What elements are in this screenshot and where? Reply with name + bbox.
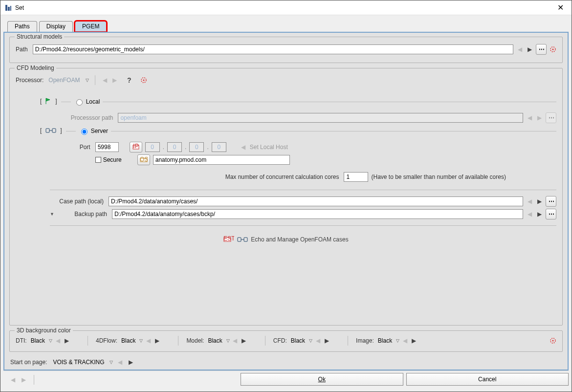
separator xyxy=(348,336,348,346)
ip-b-input xyxy=(167,142,182,152)
bracket: [ xyxy=(40,98,42,105)
chevron-down-icon: ▽ xyxy=(309,338,312,343)
separator xyxy=(95,75,95,85)
image-label: Image: xyxy=(356,337,374,344)
ip-c-input xyxy=(189,142,204,152)
prev-path-button[interactable]: ◀ xyxy=(516,46,523,53)
close-button[interactable]: ✕ xyxy=(553,1,568,14)
cfd-label: CFD: xyxy=(273,337,287,344)
browse-button[interactable]: ⋯ xyxy=(546,209,556,219)
footer: ◀ ▶ Ok Cancel xyxy=(3,370,569,389)
path-label: Path xyxy=(16,46,28,53)
host-mode-button[interactable]: HOST xyxy=(137,154,150,165)
dti-label: DTI: xyxy=(16,337,27,344)
flow-dropdown[interactable]: Black▽ xyxy=(121,337,143,344)
app-icon xyxy=(4,4,12,12)
start-page-dropdown[interactable]: VOIS & TRACKING ▽ xyxy=(53,359,112,366)
svg-rect-16 xyxy=(244,238,247,241)
chevron-down-icon: ▽ xyxy=(396,338,399,343)
prev-button[interactable]: ◀ xyxy=(117,359,124,366)
local-radio-input[interactable] xyxy=(76,99,83,106)
next-button[interactable]: ▶ xyxy=(410,337,417,344)
backup-path-input[interactable] xyxy=(112,209,523,219)
svg-text:HOST: HOST xyxy=(140,156,148,163)
link-icon xyxy=(237,236,248,243)
next-processor-button[interactable]: ▶ xyxy=(111,77,118,84)
tab-paths[interactable]: Paths xyxy=(7,21,37,32)
server-label: Server xyxy=(91,128,108,134)
titlebar: Set ✕ xyxy=(0,0,572,15)
ip-mode-button[interactable]: IP xyxy=(130,142,142,152)
chevron-down-icon: ▽ xyxy=(86,78,89,83)
image-dropdown[interactable]: Black▽ xyxy=(378,337,399,344)
prev-button[interactable]: ◀ xyxy=(401,337,408,344)
bracket: [ xyxy=(40,127,42,134)
svg-rect-1 xyxy=(8,7,10,11)
separator xyxy=(265,336,265,346)
tab-display[interactable]: Display xyxy=(39,21,73,32)
secure-checkbox[interactable]: Secure xyxy=(95,156,122,163)
server-radio[interactable]: Server xyxy=(79,127,108,135)
start-page-label: Start on page: xyxy=(10,359,47,366)
next-button[interactable]: ▶ xyxy=(154,337,160,344)
reset-icon[interactable] xyxy=(550,337,556,344)
backup-path-label: Backup path xyxy=(57,211,107,218)
chevron-down-icon: ▽ xyxy=(139,338,143,343)
model-dropdown[interactable]: Black▽ xyxy=(208,337,229,344)
next-button[interactable]: ▶ xyxy=(241,337,247,344)
prev-button[interactable]: ◀ xyxy=(314,337,321,344)
ip-d-input xyxy=(212,142,226,152)
start-page-value: VOIS & TRACKING xyxy=(53,359,104,366)
cfd-dropdown[interactable]: Black▽ xyxy=(291,337,312,344)
test-icon: TEST xyxy=(223,236,234,243)
svg-rect-7 xyxy=(46,129,49,132)
expand-icon[interactable]: ▼ xyxy=(50,212,54,217)
page-prev-button[interactable]: ◀ xyxy=(9,376,16,383)
checkbox-box xyxy=(95,157,101,163)
structural-path-input[interactable] xyxy=(33,44,513,54)
echo-manage-link[interactable]: TEST Echo and Manage OpenFOAM cases xyxy=(223,236,348,243)
port-input[interactable] xyxy=(95,142,119,152)
prev-button[interactable]: ◀ xyxy=(232,337,239,344)
prev-button[interactable]: ◀ xyxy=(145,337,152,344)
next-button[interactable]: ▶ xyxy=(536,211,543,218)
reset-icon[interactable] xyxy=(550,46,556,53)
next-button[interactable]: ▶ xyxy=(128,359,134,366)
set-local-host-link[interactable]: Set Local Host xyxy=(250,144,288,151)
ok-button[interactable]: Ok xyxy=(241,373,403,386)
prev-button[interactable]: ◀ xyxy=(526,198,533,205)
prev-button[interactable]: ◀ xyxy=(526,211,533,218)
prev-processor-button[interactable]: ◀ xyxy=(101,77,108,84)
case-path-input[interactable] xyxy=(109,196,523,206)
page-next-button[interactable]: ▶ xyxy=(20,376,27,383)
group-cfd-modeling: CFD Modeling Processor: OpenFOAM ▽ ◀ ▶ ? xyxy=(9,68,563,326)
ip-a-input xyxy=(145,142,160,152)
port-label: Port xyxy=(76,144,90,151)
prev-button[interactable]: ◀ xyxy=(54,337,61,344)
svg-rect-0 xyxy=(5,5,7,11)
separator xyxy=(88,336,88,346)
help-button[interactable]: ? xyxy=(126,77,132,84)
echo-label: Echo and Manage OpenFOAM cases xyxy=(251,236,348,243)
reset-icon[interactable] xyxy=(140,77,147,84)
server-link-icon xyxy=(45,127,56,134)
processor-label: Processor: xyxy=(16,77,44,84)
processor-dropdown[interactable]: OpenFOAM ▽ xyxy=(48,77,89,84)
browse-button[interactable]: ⋯ xyxy=(546,196,556,207)
next-path-button[interactable]: ▶ xyxy=(526,46,533,53)
next-button[interactable]: ▶ xyxy=(536,198,543,205)
host-input[interactable] xyxy=(153,155,290,165)
svg-point-4 xyxy=(552,49,554,50)
server-fieldset: Server Port IP . . . xyxy=(66,127,556,184)
server-radio-input[interactable] xyxy=(81,129,88,135)
next-button[interactable]: ▶ xyxy=(63,337,70,344)
dti-dropdown[interactable]: Black▽ xyxy=(31,337,52,344)
tab-pgem[interactable]: PGEM xyxy=(75,21,107,32)
browse-button[interactable]: ⋯ xyxy=(536,44,547,55)
cancel-button[interactable]: Cancel xyxy=(406,373,569,386)
local-radio[interactable]: Local xyxy=(74,98,100,106)
max-cores-input[interactable] xyxy=(344,172,368,182)
group-title: 3D background color xyxy=(15,327,73,334)
set-local-host-arrow[interactable]: ◀ xyxy=(240,144,247,151)
next-button[interactable]: ▶ xyxy=(323,337,330,344)
